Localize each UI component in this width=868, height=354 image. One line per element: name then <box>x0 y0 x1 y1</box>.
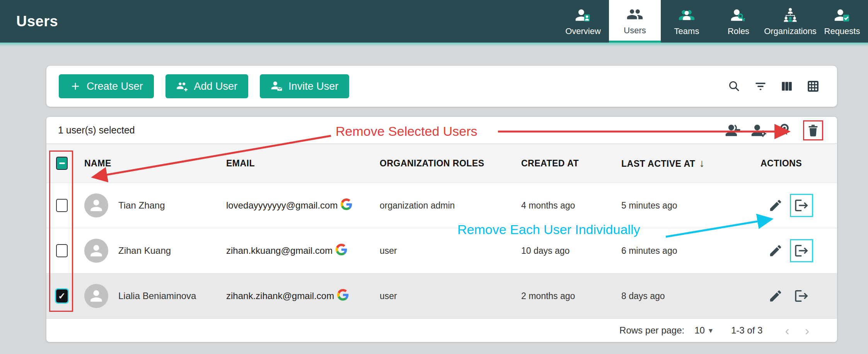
caret-down-icon: ▾ <box>709 326 713 335</box>
table-row: Tian Zhang lovedayyyyyyy@gmail.com organ… <box>46 183 837 228</box>
selection-count: 1 user(s) selected <box>58 125 135 136</box>
bulk-actions <box>724 120 823 140</box>
col-email[interactable]: EMAIL <box>226 158 380 169</box>
pagination-range: 1-3 of 3 <box>731 325 762 336</box>
table-header-row: NAME EMAIL ORGANIZATION ROLES CREATED AT… <box>46 144 837 183</box>
tab-roles[interactable]: Roles <box>713 0 764 43</box>
user-email: lovedayyyyyyy@gmail.com <box>226 200 338 211</box>
delete-selected-highlight <box>803 120 823 140</box>
columns-icon[interactable] <box>780 80 793 93</box>
created-at: 2 months ago <box>521 291 621 301</box>
edit-user-icon[interactable] <box>764 194 787 217</box>
edit-user-icon[interactable] <box>764 285 787 307</box>
rows-per-page-label: Rows per page: <box>619 325 684 336</box>
selection-bar: 1 user(s) selected <box>46 117 837 144</box>
edit-user-icon[interactable] <box>764 239 787 262</box>
team-icon <box>678 6 696 24</box>
top-nav: Overview Users Teams Roles <box>557 0 868 43</box>
last-active-at: 6 minutes ago <box>621 246 761 256</box>
user-name: Lialia Beniaminova <box>118 291 196 301</box>
remove-user-from-org-icon[interactable] <box>790 194 813 217</box>
avatar <box>84 193 108 217</box>
col-name[interactable]: NAME <box>77 158 226 169</box>
rows-per-page-select[interactable]: 10 ▾ <box>694 325 713 336</box>
search-icon[interactable] <box>728 80 741 93</box>
user-role: organization admin <box>380 200 521 211</box>
header-gradient-strip <box>0 43 868 46</box>
tab-label: Roles <box>728 26 749 36</box>
tab-label: Users <box>624 26 646 36</box>
user-settings-icon[interactable] <box>750 122 767 139</box>
filter-icon[interactable] <box>754 80 767 93</box>
user-mail-icon <box>271 80 283 92</box>
avatar <box>84 239 108 263</box>
last-active-at: 8 days ago <box>621 291 761 301</box>
created-at: 10 days ago <box>521 246 621 256</box>
table-row: Zihan Kuang zihan.kkuang@gmail.com user … <box>46 228 837 273</box>
sort-desc-icon: ↓ <box>699 157 705 169</box>
tab-label: Organizations <box>764 26 817 36</box>
tab-users[interactable]: Users <box>609 0 661 43</box>
last-active-at: 5 minutes ago <box>621 200 761 211</box>
col-org-roles[interactable]: ORGANIZATION ROLES <box>380 158 521 169</box>
user-badge-icon <box>574 6 592 24</box>
org-chart-icon <box>781 6 799 24</box>
tab-label: Requests <box>824 26 860 36</box>
user-role: user <box>380 291 521 301</box>
remove-user-icon[interactable] <box>724 122 741 139</box>
tab-teams[interactable]: Teams <box>661 0 713 43</box>
tab-label: Teams <box>674 26 699 36</box>
user-name: Tian Zhang <box>118 200 165 211</box>
table-tools <box>728 80 820 93</box>
group-add-icon <box>176 80 189 92</box>
user-name: Zihan Kuang <box>118 245 171 256</box>
user-key-icon <box>730 6 747 24</box>
user-role: user <box>380 246 521 256</box>
google-icon <box>336 244 347 258</box>
users-table-card: 1 user(s) selected NAME EMAIL ORGANIZATI… <box>46 117 837 342</box>
remove-user-from-org-icon[interactable] <box>790 284 813 308</box>
user-email: zihan.kkuang@gmail.com <box>226 245 333 256</box>
next-page-button[interactable]: › <box>805 324 809 337</box>
user-email: zihank.zihank@gmail.com <box>226 291 334 301</box>
google-icon <box>337 289 349 303</box>
add-user-button[interactable]: Add User <box>165 74 249 98</box>
select-all-checkbox[interactable] <box>56 157 68 170</box>
remove-user-from-org-icon[interactable] <box>790 239 813 262</box>
trash-icon[interactable] <box>806 123 820 138</box>
tab-overview[interactable]: Overview <box>557 0 609 43</box>
row-checkbox[interactable] <box>56 199 68 212</box>
col-actions: ACTIONS <box>761 158 837 169</box>
page-title: Users <box>16 13 58 30</box>
tab-requests[interactable]: Requests <box>816 0 868 43</box>
users-icon <box>626 5 644 23</box>
row-checkbox[interactable] <box>56 289 68 303</box>
col-created-at[interactable]: CREATED AT <box>521 158 621 169</box>
invite-user-button[interactable]: Invite User <box>260 74 349 98</box>
table-row-selected: Lialia Beniaminova zihank.zihank@gmail.c… <box>46 273 837 318</box>
prev-page-button[interactable]: ‹ <box>785 324 789 337</box>
col-last-active[interactable]: LAST ACTIVE AT↓ <box>621 157 761 169</box>
tab-label: Overview <box>565 26 601 36</box>
plus-icon <box>70 80 81 92</box>
created-at: 4 months ago <box>521 200 621 211</box>
grid-icon[interactable] <box>807 80 820 93</box>
avatar <box>84 284 108 308</box>
tab-organizations[interactable]: Organizations <box>764 0 816 43</box>
create-user-button[interactable]: Create User <box>59 74 154 98</box>
app-header: Users Overview Users Teams <box>0 0 868 43</box>
users-admin-page: Users Overview Users Teams <box>0 0 868 354</box>
toolbar-card: Create User Add User Invite User <box>46 66 837 107</box>
badge-icon[interactable] <box>777 122 794 139</box>
user-check-icon <box>833 6 851 24</box>
table-pagination: Rows per page: 10 ▾ 1-3 of 3 ‹ › <box>46 318 837 342</box>
row-checkbox[interactable] <box>56 244 68 257</box>
google-icon <box>341 198 352 212</box>
